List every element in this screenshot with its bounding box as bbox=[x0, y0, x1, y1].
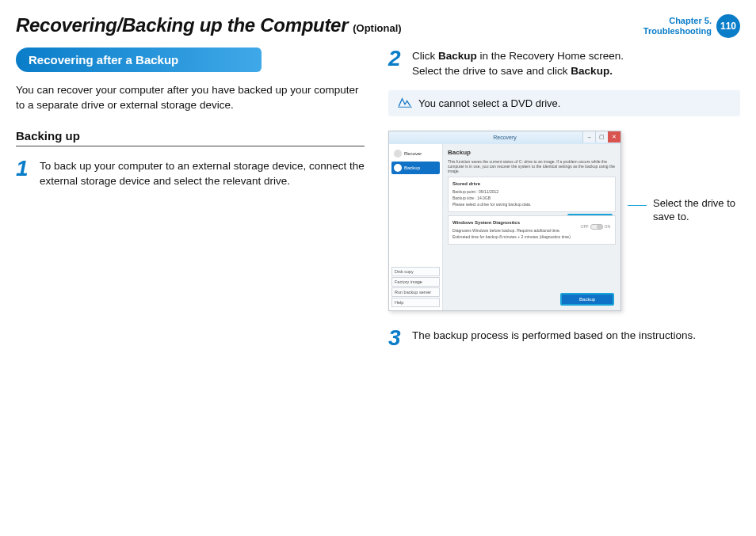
sidebar-label-backup: Backup bbox=[404, 165, 420, 170]
chapter-label: Chapter 5. Troubleshooting bbox=[643, 16, 712, 36]
sidebar-disk-copy[interactable]: Disk copy bbox=[391, 267, 440, 276]
step-3-text: The backup process is performed based on… bbox=[412, 327, 696, 349]
window-titlebar: Recovery – ▢ ✕ bbox=[389, 131, 620, 144]
backup-button[interactable]: Backup bbox=[560, 293, 614, 306]
step2-bold-backup2: Backup. bbox=[571, 65, 613, 77]
panel-heading: Backup bbox=[448, 149, 616, 156]
chapter-line2: Troubleshooting bbox=[643, 26, 712, 36]
subheading-backing-up: Backing up bbox=[16, 129, 365, 146]
panel-description: This function saves the current status o… bbox=[448, 159, 616, 173]
toggle-off-label: OFF bbox=[581, 224, 589, 229]
recover-icon bbox=[394, 150, 402, 158]
select-drive-row: Please select a drive for saving backup … bbox=[452, 201, 611, 207]
step2-bold-backup: Backup bbox=[438, 50, 477, 62]
page-title: Recovering/Backing up the Computer bbox=[16, 14, 348, 36]
note-text: You cannot select a DVD drive. bbox=[418, 97, 560, 109]
sidebar-factory-image[interactable]: Factory image bbox=[391, 277, 440, 287]
recovery-app-screenshot: Recovery – ▢ ✕ Recover Backup Disk copy … bbox=[388, 131, 621, 311]
step-1-text: To back up your computer to an external … bbox=[40, 158, 365, 189]
callout-connector-line bbox=[628, 205, 647, 206]
step-2-text: Click Backup in the Recovery Home screen… bbox=[412, 48, 624, 79]
step-number-1: 1 bbox=[16, 158, 30, 189]
diagnostics-toggle[interactable]: OFF ON bbox=[581, 224, 611, 230]
sidebar: Recover Backup Disk copy Factory image R… bbox=[389, 144, 443, 310]
section-heading-pill: Recovering after a Backup bbox=[16, 48, 262, 72]
window-title: Recovery bbox=[493, 135, 517, 140]
sidebar-run-backup-server[interactable]: Run backup server bbox=[391, 287, 440, 297]
stored-drive-title: Stored drive bbox=[452, 181, 611, 186]
page-title-optional: (Optional) bbox=[353, 22, 401, 34]
step-number-2: 2 bbox=[388, 48, 403, 79]
toggle-on-label: ON bbox=[605, 224, 611, 229]
stored-drive-card: Stored drive Backup point : 09/11/2012 B… bbox=[448, 177, 616, 212]
sidebar-item-backup[interactable]: Backup bbox=[391, 162, 440, 174]
sidebar-help[interactable]: Help bbox=[391, 298, 440, 307]
window-close-button[interactable]: ✕ bbox=[608, 131, 620, 143]
backup-size-row: Backup size : 14.0GB bbox=[452, 195, 611, 201]
backup-point-row: Backup point : 09/11/2012 bbox=[452, 188, 611, 195]
sidebar-label-recover: Recover bbox=[404, 151, 422, 156]
page-number-badge: 110 bbox=[716, 14, 740, 38]
sidebar-item-recover[interactable]: Recover bbox=[391, 147, 440, 160]
step-number-3: 3 bbox=[388, 327, 403, 349]
step2-pre: Click bbox=[412, 50, 438, 62]
callout-text: Select the drive to save to. bbox=[653, 197, 740, 224]
main-panel: Backup This function saves the current s… bbox=[443, 144, 620, 310]
intro-paragraph: You can recover your computer after you … bbox=[16, 83, 365, 113]
toggle-switch[interactable] bbox=[590, 224, 603, 230]
step2-mid: in the Recovery Home screen. bbox=[477, 50, 624, 62]
window-minimize-button[interactable]: – bbox=[582, 131, 595, 143]
note-box: You cannot select a DVD drive. bbox=[388, 90, 740, 116]
window-maximize-button[interactable]: ▢ bbox=[595, 131, 608, 143]
note-icon bbox=[398, 97, 412, 108]
diagnostics-row2: Estimated time for backup 8 minutes + 2 … bbox=[452, 234, 611, 240]
backup-icon bbox=[394, 164, 402, 172]
diagnostics-card: Windows System Diagnostics Diagnoses Win… bbox=[448, 215, 616, 245]
chapter-line1: Chapter 5. bbox=[643, 16, 712, 26]
step2-line2-pre: Select the drive to save and click bbox=[412, 65, 571, 77]
